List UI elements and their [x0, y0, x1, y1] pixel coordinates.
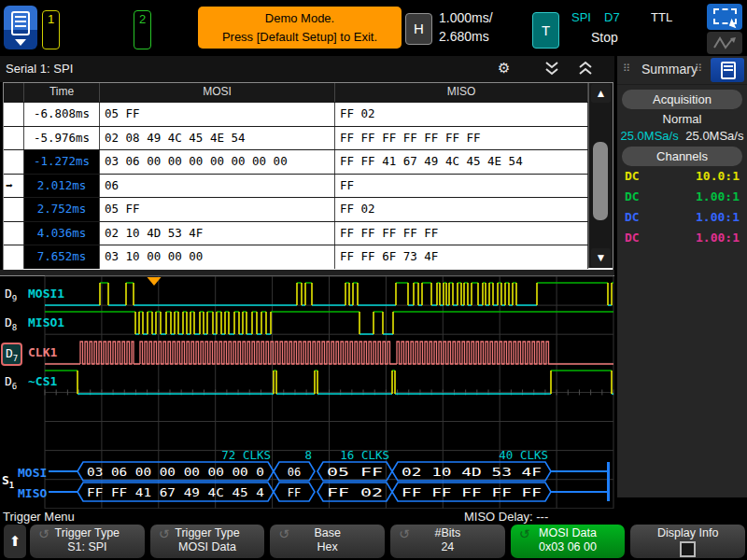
channel-summary-row: DC1.00:1 — [617, 189, 747, 210]
menu-icon — [11, 11, 30, 35]
mosi-cell: 02 08 49 4C 45 4E 54 — [100, 127, 335, 150]
mosi-cell: 05 FF — [100, 198, 335, 221]
miso-cell: FF FF FF FF FF FF FF — [335, 127, 588, 150]
scroll-up-button[interactable]: ▲ — [591, 84, 611, 103]
acquisition-mode: Normal — [617, 112, 747, 126]
digital-channel-label-d7[interactable]: D7 — [6, 346, 18, 360]
channels-button[interactable]: Channels — [622, 147, 742, 166]
miso-cell: FF FF 41 67 49 4C 45 4E 54 — [335, 150, 588, 174]
svg-text:FF FF 41 67 49 4C 45 4: FF FF 41 67 49 4C 45 4 — [87, 486, 264, 499]
table-row[interactable]: -6.808ms05 FFFF 02 — [4, 102, 613, 126]
channel-2-label: 2 — [139, 12, 146, 26]
channel-1-label: 1 — [48, 12, 54, 26]
row-marker-cell: ➡ — [4, 175, 24, 198]
banner-line1: Demo Mode. — [198, 9, 402, 28]
gear-icon[interactable]: ⚙ — [498, 60, 510, 77]
trigger-source-highlight-box[interactable]: D7 — [1, 343, 22, 366]
miso-delay-status: MISO Delay: --- — [464, 510, 548, 524]
zigzag-arrow-icon — [707, 32, 742, 54]
sample-rate-digital: 25.0MSa/s — [621, 129, 679, 143]
serial-panel-header: Serial 1: SPI ⚙ — [0, 56, 614, 82]
table-row[interactable]: 4.036ms02 10 4D 53 4FFF FF FF FF FF — [4, 221, 613, 245]
table-row[interactable]: ➡2.012ms06FF — [4, 174, 613, 198]
bus-signal-name-cs1[interactable]: ~CS1 — [28, 374, 57, 388]
trigger-button[interactable]: T — [532, 12, 559, 49]
channel-summary-row: DC1.00:1 — [617, 231, 747, 251]
miso-cell: FF 02 — [335, 198, 588, 221]
softkey-label: Display Info — [630, 526, 745, 539]
svg-text:05 FF: 05 FF — [327, 466, 383, 479]
decode-miso-label: MISO — [18, 486, 47, 500]
knob-icon: ↺ — [278, 526, 289, 541]
probe-ratio-value: 10.0:1 — [696, 169, 740, 183]
zoom-select-button[interactable] — [707, 4, 742, 30]
horizontal-button[interactable]: H — [405, 13, 432, 45]
time-cell: 4.036ms — [24, 222, 100, 245]
scroll-down-button[interactable]: ▼ — [591, 248, 611, 267]
softkey--bits[interactable]: ↺#Bits24 — [390, 525, 505, 558]
table-scrollbar[interactable]: ▲ ▼ — [588, 83, 613, 268]
knob-icon: ↺ — [399, 526, 410, 541]
chevron-double-up-icon[interactable] — [577, 60, 594, 82]
knob-icon: ↺ — [38, 526, 49, 541]
table-row[interactable]: 2.752ms05 FFFF 02 — [4, 197, 613, 221]
run-state: Stop — [591, 30, 618, 45]
waveform-tool-button[interactable] — [707, 32, 742, 54]
mosi-cell: 03 10 00 00 00 — [100, 245, 335, 269]
drag-handle-icon[interactable]: ⠿ — [695, 63, 701, 75]
softkey-trigger-type[interactable]: ↺Trigger TypeS1: SPI — [30, 525, 145, 558]
softkey-bar: ↺Trigger TypeS1: SPI↺Trigger TypeMOSI Da… — [30, 525, 745, 558]
bus-signal-name-clk1[interactable]: CLK1 — [28, 345, 57, 359]
channel-summary-row: DC1.00:1 — [617, 210, 747, 231]
bus-signal-name-mosi1[interactable]: MOSI1 — [28, 287, 64, 301]
table-row[interactable]: -1.272ms03 06 00 00 00 00 00 00 00FF FF … — [4, 149, 613, 174]
svg-text:03 06 00 00 00 00 00 0: 03 06 00 00 00 00 00 0 — [87, 466, 264, 479]
bus-signal-name-miso1[interactable]: MISO1 — [28, 315, 64, 329]
miso-column-header: MISO — [335, 83, 588, 102]
digital-channel-label-d9[interactable]: D9 — [5, 287, 17, 303]
table-row[interactable]: 7.652ms03 10 00 00 00FF FF 6F 73 4F — [4, 245, 613, 269]
digital-channel-label-d8[interactable]: D8 — [5, 315, 17, 332]
miso-cell: FF FF FF FF FF — [335, 222, 588, 245]
scroll-thumb[interactable] — [593, 142, 608, 220]
row-marker-cell — [4, 150, 24, 174]
svg-text:8: 8 — [304, 448, 312, 462]
softkey-display-info[interactable]: Display Info — [630, 525, 745, 558]
chevron-double-down-icon[interactable] — [543, 60, 560, 82]
softkey-trigger-type[interactable]: ↺Trigger TypeMOSI Data — [150, 525, 265, 558]
softkey-mosi-data[interactable]: ↺MOSI Data0x03 06 00 — [511, 525, 626, 558]
svg-text:FF FF FF FF FF: FF FF FF FF FF — [402, 486, 542, 499]
oscilloscope-screen: 1 2 Demo Mode. Press [Default Setup] to … — [0, 0, 747, 560]
main-menu-button[interactable] — [4, 6, 37, 49]
softkey-value: MOSI Data — [150, 540, 265, 553]
probe-ratio-value: 1.00:1 — [696, 210, 740, 224]
serial-decode-table: Time MOSI MISO -6.808ms05 FFFF 02-5.976m… — [3, 82, 613, 271]
softkey-value: 24 — [390, 540, 505, 553]
digital-channel-label-d6[interactable]: D6 — [5, 374, 17, 391]
mosi-column-header: MOSI — [100, 83, 335, 102]
menu-back-button[interactable]: ⬆ — [4, 525, 26, 558]
cursor-arrow-icon — [729, 19, 739, 28]
time-cell: 2.752ms — [24, 198, 100, 221]
checkbox-unchecked[interactable] — [680, 541, 696, 557]
decode-mosi-label: MOSI — [18, 466, 47, 480]
sidebar-menu-button[interactable] — [711, 58, 744, 82]
channel-2-button[interactable]: 2 — [134, 10, 151, 49]
sidebar-header[interactable]: ⠿ Summary ⠿ — [617, 56, 747, 85]
softkey-base[interactable]: ↺BaseHex — [270, 525, 385, 558]
coupling-value: DC — [625, 231, 640, 245]
chevron-down-icon — [15, 39, 26, 46]
sample-rate-analog: 25.0MSa/s — [685, 129, 743, 143]
drag-handle-icon[interactable]: ⠿ — [623, 63, 629, 75]
time-column-header: Time — [24, 83, 100, 102]
menu-icon — [721, 62, 736, 79]
channel-1-button[interactable]: 1 — [42, 10, 60, 49]
svg-text:02 10 4D 53 4F: 02 10 4D 53 4F — [402, 466, 542, 479]
waveform-canvas: 03 06 00 00 00 00 00 0FF FF 41 67 49 4C … — [0, 270, 614, 509]
acquisition-button[interactable]: Acquisition — [622, 90, 742, 109]
svg-text:FF: FF — [288, 486, 301, 499]
row-marker-cell — [4, 245, 24, 269]
waveform-display: 03 06 00 00 00 00 00 0FF FF 41 67 49 4C … — [0, 270, 614, 509]
table-row[interactable]: -5.976ms02 08 49 4C 45 4E 54FF FF FF FF … — [4, 126, 613, 150]
serial-bus-label[interactable]: S1 — [2, 473, 14, 490]
